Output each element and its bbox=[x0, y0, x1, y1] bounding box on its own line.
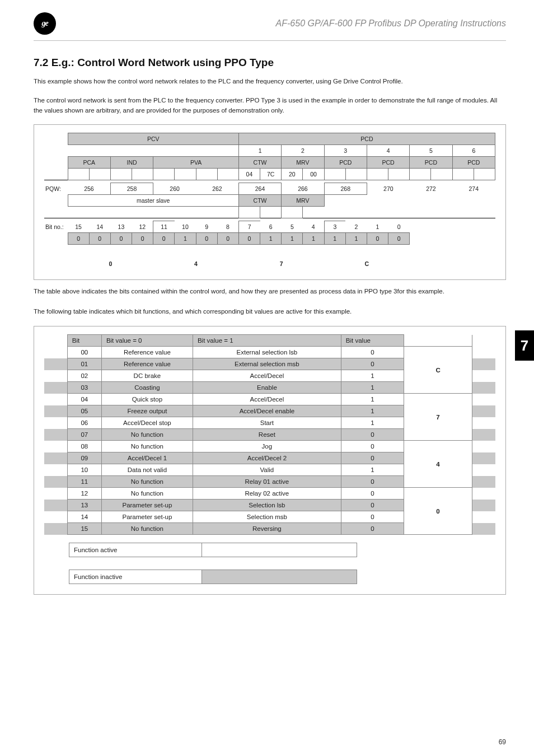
function-inactive-label: Function inactive bbox=[69, 570, 202, 584]
pcd6-label: PCD bbox=[452, 157, 495, 169]
bitvalue1-cell: Accel/Decel enable bbox=[193, 405, 341, 417]
table-row: 08No functionJog04 bbox=[44, 441, 495, 452]
hex-4: 4 bbox=[153, 255, 239, 269]
pqw-262: 262 bbox=[196, 183, 238, 195]
pqw-268: 268 bbox=[324, 183, 367, 195]
ge-logo-icon: ge bbox=[34, 12, 56, 35]
logo-text: ge bbox=[41, 19, 48, 28]
bit-6: 6 bbox=[260, 221, 282, 233]
bit-cell: 15 bbox=[67, 523, 101, 535]
group-hex-cell: 7 bbox=[404, 394, 472, 441]
bit-2: 2 bbox=[345, 221, 367, 233]
bit-7: 7 bbox=[238, 221, 260, 233]
bit-table-box: Bit Bit value = 0 Bit value = 1 Bit valu… bbox=[34, 326, 506, 595]
ctw-label: CTW bbox=[238, 157, 281, 169]
bit-header-v1: Bit value = 1 bbox=[193, 335, 341, 347]
bitvalue1-cell: Relay 02 active bbox=[193, 488, 341, 500]
pcd-col-1: 1 bbox=[238, 145, 281, 157]
bit-header-bit: Bit bbox=[67, 335, 101, 347]
bitvalue1-cell: Accel/Decel 2 bbox=[193, 452, 341, 464]
pca-label: PCA bbox=[68, 157, 110, 169]
pcd3-label: PCD bbox=[324, 157, 367, 169]
pqw-256: 256 bbox=[68, 183, 110, 195]
pcd-col-2: 2 bbox=[282, 145, 324, 157]
bit-1: 1 bbox=[367, 221, 388, 233]
bitvalue0-cell: Data not valid bbox=[101, 464, 193, 476]
pcv-header: PCV bbox=[68, 133, 238, 145]
hex-c: C bbox=[324, 255, 410, 269]
function-active-label: Function active bbox=[69, 543, 202, 557]
val-04: 04 bbox=[238, 169, 260, 180]
bitvalue-cell: 0 bbox=[341, 523, 404, 535]
chapter-side-tab: 7 bbox=[515, 330, 534, 361]
bit-cell: 05 bbox=[67, 405, 101, 417]
bit-cell: 07 bbox=[67, 429, 101, 441]
bit-cell: 14 bbox=[67, 511, 101, 523]
bitno-label: Bit no.: bbox=[44, 221, 68, 233]
bit-9: 9 bbox=[196, 221, 217, 233]
bitvalue1-cell: Start bbox=[193, 417, 341, 429]
bit-12: 12 bbox=[132, 221, 153, 233]
pcd-col-3: 3 bbox=[324, 145, 367, 157]
pcd5-label: PCD bbox=[410, 157, 452, 169]
group-hex-cell: 4 bbox=[404, 441, 472, 488]
bitvalue1-cell: Selection msb bbox=[193, 511, 341, 523]
bitvalue1-cell: Relay 01 active bbox=[193, 476, 341, 488]
bit-header-v0: Bit value = 0 bbox=[101, 335, 193, 347]
pcv-pcd-table-box: PCV PCD 1 2 3 4 5 6 PCA IND PVA CTW bbox=[34, 124, 506, 280]
bitval-5: 1 bbox=[282, 233, 303, 245]
pcd4-label: PCD bbox=[367, 157, 409, 169]
bitval-1: 0 bbox=[367, 233, 388, 245]
bit-cell: 08 bbox=[67, 441, 101, 452]
bit-8: 8 bbox=[217, 221, 238, 233]
ctw-row: CTW bbox=[238, 195, 281, 207]
pqw-258: 258 bbox=[110, 183, 153, 195]
bit-5: 5 bbox=[282, 221, 303, 233]
bitval-11: 0 bbox=[153, 233, 175, 245]
pqw-274: 274 bbox=[452, 183, 495, 195]
bitval-13: 0 bbox=[110, 233, 132, 245]
group-hex-cell: C bbox=[404, 347, 472, 394]
hex-0: 0 bbox=[68, 255, 153, 269]
mrv-row: MRV bbox=[282, 195, 324, 207]
bitvalue-cell: 0 bbox=[341, 476, 404, 488]
bit-0: 0 bbox=[388, 221, 410, 233]
bitvalue-cell: 0 bbox=[341, 358, 404, 370]
table2-caption: The following table indicates which bit … bbox=[34, 307, 506, 317]
bitvalue0-cell: No function bbox=[101, 523, 193, 535]
hex-7: 7 bbox=[238, 255, 324, 269]
bit-cell: 04 bbox=[67, 394, 101, 405]
bitvalue0-cell: Reference value bbox=[101, 347, 193, 358]
bit-cell: 02 bbox=[67, 370, 101, 382]
bitvalue-cell: 0 bbox=[341, 488, 404, 500]
bitval-14: 0 bbox=[89, 233, 110, 245]
bitvalue0-cell: Freeze output bbox=[101, 405, 193, 417]
bitvalue0-cell: Coasting bbox=[101, 382, 193, 394]
bit-cell: 01 bbox=[67, 358, 101, 370]
bit-cell: 10 bbox=[67, 464, 101, 476]
bitvalue0-cell: Parameter set-up bbox=[101, 511, 193, 523]
bit-cell: 13 bbox=[67, 500, 101, 511]
pqw-272: 272 bbox=[410, 183, 452, 195]
val-20: 20 bbox=[282, 169, 303, 180]
bitvalue1-cell: Selection lsb bbox=[193, 500, 341, 511]
bitvalue-cell: 1 bbox=[341, 405, 404, 417]
pqw-label: PQW: bbox=[44, 183, 68, 195]
section-heading: 7.2 E.g.: Control Word Network using PPO… bbox=[34, 57, 506, 69]
mrv-label: MRV bbox=[282, 157, 324, 169]
bitval-15: 0 bbox=[68, 233, 89, 245]
bitvalue-cell: 0 bbox=[341, 347, 404, 358]
bit-15: 15 bbox=[68, 221, 89, 233]
bitvalue0-cell: No function bbox=[101, 476, 193, 488]
bitvalue-cell: 0 bbox=[341, 511, 404, 523]
bit-cell: 00 bbox=[67, 347, 101, 358]
bitvalue-cell: 0 bbox=[341, 441, 404, 452]
bit-cell: 09 bbox=[67, 452, 101, 464]
bitvalue1-cell: Reset bbox=[193, 429, 341, 441]
bit-14: 14 bbox=[89, 221, 110, 233]
bitvalue0-cell: Parameter set-up bbox=[101, 500, 193, 511]
bit-3: 3 bbox=[324, 221, 345, 233]
bitvalue0-cell: Quick stop bbox=[101, 394, 193, 405]
bitval-9: 0 bbox=[196, 233, 217, 245]
val-7c: 7C bbox=[260, 169, 282, 180]
